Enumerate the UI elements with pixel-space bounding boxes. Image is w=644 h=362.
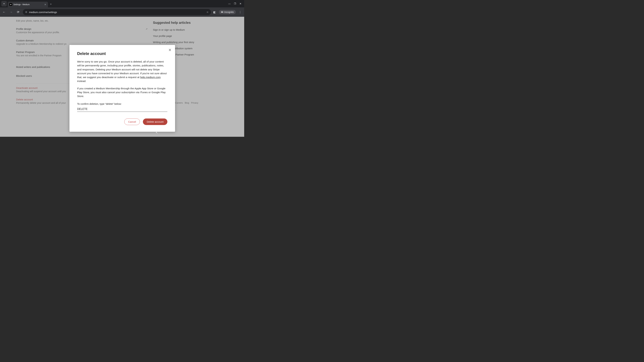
modal-body: We're sorry to see you go. Once your acc… [77, 60, 167, 98]
tab-title: Settings - Medium [14, 3, 43, 6]
side-panel-icon[interactable]: ◧ [213, 10, 216, 14]
browser-tab[interactable]: M Settings - Medium ✕ [8, 2, 48, 7]
close-tab-icon[interactable]: ✕ [44, 3, 46, 6]
menu-kebab-icon[interactable]: ⋮ [239, 10, 242, 14]
tab-search-dropdown[interactable]: ▾ [1, 1, 7, 6]
back-button[interactable]: ← [2, 10, 6, 14]
reload-button[interactable]: ⟳ [16, 10, 20, 14]
modal-text: instead. [77, 80, 86, 82]
url-bar[interactable]: ⚙ medium.com/me/settings ☆ [23, 9, 211, 15]
close-modal-icon[interactable]: ✕ [168, 48, 172, 52]
browser-titlebar: ▾ M Settings - Medium ✕ + — ❐ ✕ [0, 0, 244, 7]
browser-toolbar: ← → ⟳ ⚙ medium.com/me/settings ☆ ◧ 🕶 Inc… [0, 7, 244, 17]
incognito-icon: 🕶 [221, 11, 223, 13]
url-text: medium.com/me/settings [29, 11, 205, 13]
confirm-label: To confirm deletion, type “delete” below… [77, 102, 167, 105]
maximize-icon[interactable]: ❐ [234, 2, 236, 5]
new-tab-button[interactable]: + [50, 2, 52, 6]
toolbar-right-icons: ◧ 🕶 Incognito ⋮ [213, 10, 242, 14]
delete-account-modal: ✕ Delete account We're sorry to see you … [70, 45, 175, 132]
minimize-icon[interactable]: — [228, 2, 230, 5]
incognito-badge[interactable]: 🕶 Incognito [219, 10, 236, 14]
confirm-delete-input[interactable] [77, 107, 167, 112]
incognito-label: Incognito [224, 11, 234, 13]
modal-paragraph-1: We're sorry to see you go. Once your acc… [77, 60, 167, 83]
window-controls: — ❐ ✕ [228, 2, 243, 5]
modal-actions: Cancel Delete account [77, 118, 167, 125]
cancel-button[interactable]: Cancel [124, 118, 140, 125]
delete-account-button[interactable]: Delete account [143, 118, 167, 125]
forward-button[interactable]: → [9, 10, 14, 14]
chevron-down-icon: ▾ [4, 2, 4, 5]
modal-paragraph-2: If you created a Medium Membership throu… [77, 86, 167, 98]
favicon-medium: M [10, 3, 12, 6]
bookmark-star-icon[interactable]: ☆ [206, 11, 209, 13]
help-medium-link[interactable]: help.medium.com [140, 76, 161, 79]
site-info-icon[interactable]: ⚙ [25, 11, 27, 13]
modal-title: Delete account [77, 51, 167, 56]
page-content: Edit your photo, name, bio, etc. Profile… [0, 17, 244, 137]
close-window-icon[interactable]: ✕ [240, 2, 242, 5]
